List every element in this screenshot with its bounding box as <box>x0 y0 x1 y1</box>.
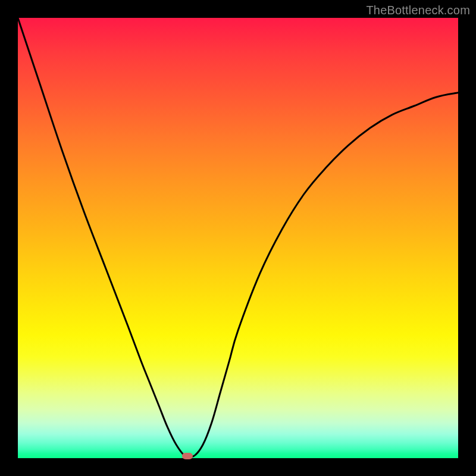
chart-container: TheBottleneck.com <box>0 0 476 476</box>
bottleneck-curve <box>18 18 458 458</box>
watermark: TheBottleneck.com <box>366 4 470 17</box>
plot-area <box>18 18 458 458</box>
minimum-marker <box>182 453 193 459</box>
